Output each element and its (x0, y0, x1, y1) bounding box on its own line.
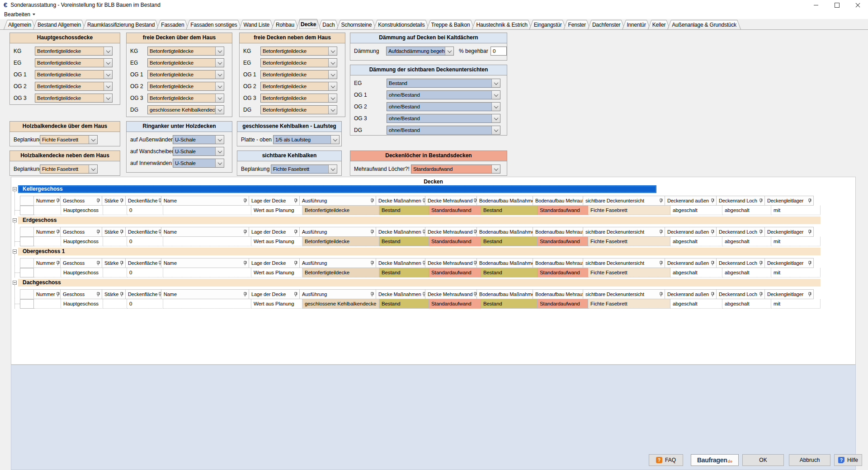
pin-icon[interactable] (96, 198, 100, 203)
cell-geschoss[interactable]: Hauptgeschoss (61, 237, 103, 246)
dropdown-arrow-icon[interactable] (215, 147, 224, 155)
cell-bodenaufbau-mehrauf[interactable]: Standardaufwand (538, 237, 588, 246)
dropdown-og-3[interactable]: Betonfertigteildecke (147, 94, 224, 103)
col-header-ausführung[interactable]: Ausführung (299, 258, 376, 268)
cell-name[interactable] (163, 268, 251, 277)
dropdown-arrow-icon[interactable] (104, 94, 112, 102)
dropdown-dg[interactable]: Betonfertigteildecke (260, 105, 337, 114)
dropdown-eg[interactable]: Betonfertigteildecke (35, 58, 113, 67)
cell-bodenaufbau-mehrauf[interactable]: Standardaufwand (538, 268, 588, 277)
pin-icon[interactable] (120, 261, 124, 266)
pin-icon[interactable] (120, 292, 124, 297)
col-header-decke-mehraufwand[interactable]: Decke Mehraufwand (425, 289, 477, 299)
pin-icon[interactable] (659, 198, 663, 203)
col-header-bodenaufbau-mehrauf[interactable]: Bodenaufbau Mehrauf (533, 227, 583, 237)
dropdown-arrow-icon[interactable] (215, 59, 224, 67)
col-header-deckenrand-loch[interactable]: Deckenrand Loch (716, 258, 765, 268)
row-selector-header[interactable] (20, 258, 34, 268)
col-header-ausführung[interactable]: Ausführung (299, 196, 376, 206)
group-row-dachgeschoss[interactable]: Dachgeschoss (18, 279, 821, 287)
dropdown-arrow-icon[interactable] (328, 70, 337, 79)
cell-lage-der-decke[interactable]: Wert aus Planung (251, 237, 302, 246)
col-header-nummer[interactable]: Nummer (33, 227, 61, 237)
dropdown-mehraufwand-löcher[interactable]: Standardaufwand (411, 164, 500, 174)
dropdown-arrow-icon[interactable] (330, 136, 339, 144)
cell-deckengleitlager[interactable]: mit (771, 268, 821, 277)
col-header-nummer[interactable]: Nummer (33, 196, 61, 206)
baufragen-logo[interactable]: Baufragen de (691, 454, 739, 466)
dropdown-og-1[interactable]: ohne/Bestand (387, 90, 500, 99)
cell-sichtbare-deckenuntersicht[interactable]: Fichte Fasebrett (588, 237, 670, 246)
col-header-lage-der-decke[interactable]: Lage der Decke (249, 227, 300, 237)
cell-geschoss[interactable]: Hauptgeschoss (61, 268, 103, 277)
cell-decke-maßnahmen[interactable]: Bestand (379, 268, 429, 277)
col-header-name[interactable]: Name (161, 289, 249, 299)
col-header-bodenaufbau-maßnahmen[interactable]: Bodenaufbau Maßnahmen (476, 289, 533, 299)
cell-name[interactable] (163, 206, 251, 215)
col-header-deckenrand-loch[interactable]: Deckenrand Loch (716, 289, 765, 299)
dropdown-arrow-icon[interactable] (104, 70, 112, 79)
cell-deckenfläche[interactable]: 0 (127, 237, 163, 246)
col-header-stärke[interactable]: Stärke (102, 289, 126, 299)
col-header-sichtbare-deckenuntersicht[interactable]: sichtbare Deckenuntersicht (583, 258, 665, 268)
ok-button[interactable]: OK (742, 454, 784, 466)
pin-icon[interactable] (243, 261, 247, 266)
dropdown-og-2[interactable]: Betonfertigteildecke (147, 82, 224, 91)
col-header-ausführung[interactable]: Ausführung (299, 227, 376, 237)
dropdown-og-2[interactable]: Betonfertigteildecke (260, 82, 337, 91)
col-header-deckenfläche[interactable]: Deckenfläche (125, 196, 161, 206)
dropdown-arrow-icon[interactable] (215, 47, 224, 55)
cell-stärke[interactable] (103, 206, 127, 215)
pin-icon[interactable] (96, 292, 100, 297)
pin-icon[interactable] (370, 198, 374, 203)
pin-icon[interactable] (711, 230, 715, 235)
cell-deckenrand-loch[interactable]: abgeschalt (722, 268, 771, 277)
cell-decke-mehraufwand[interactable]: Standardaufwand (429, 268, 481, 277)
cell-lage-der-decke[interactable]: Wert aus Planung (251, 206, 302, 215)
col-header-lage-der-decke[interactable]: Lage der Decke (249, 196, 300, 206)
cell-sichtbare-deckenuntersicht[interactable]: Fichte Fasebrett (588, 268, 670, 277)
col-header-bodenaufbau-maßnahmen[interactable]: Bodenaufbau Maßnahmen (476, 227, 533, 237)
dropdown-dämmung[interactable]: Aufdachdämmung begeh (386, 47, 454, 56)
pin-icon[interactable] (56, 198, 60, 203)
cell-deckengleitlager[interactable]: mit (771, 206, 821, 215)
dropdown-arrow-icon[interactable] (328, 82, 337, 90)
cell-decke-mehraufwand[interactable]: Standardaufwand (429, 206, 481, 215)
col-header-geschoss[interactable]: Geschoss (60, 196, 102, 206)
dropdown-arrow-icon[interactable] (215, 94, 224, 102)
pin-icon[interactable] (808, 198, 812, 203)
pin-icon[interactable] (294, 292, 298, 297)
dropdown-arrow-icon[interactable] (215, 82, 224, 90)
cell-name[interactable] (163, 299, 251, 309)
col-header-deckenrand-außen[interactable]: Deckenrand außen (665, 258, 717, 268)
dropdown-arrow-icon[interactable] (491, 91, 500, 99)
col-header-deckenrand-loch[interactable]: Deckenrand Loch (716, 196, 765, 206)
dropdown-platte-oben[interactable]: 1/5 als Laufsteg (273, 135, 340, 144)
col-header-decke-maßnahmen[interactable]: Decke Maßnahmen (376, 289, 425, 299)
pin-icon[interactable] (370, 261, 374, 266)
cell-decke-mehraufwand[interactable]: Standardaufwand (429, 299, 481, 309)
cell-ausführung[interactable]: geschlossene Kehlbalkendecke (302, 299, 379, 309)
pin-icon[interactable] (120, 198, 124, 203)
pin-icon[interactable] (243, 230, 247, 235)
dropdown-auf-wandscheiben[interactable]: U-Schale (173, 147, 224, 156)
pin-icon[interactable] (711, 198, 715, 203)
group-row-kellergeschoss[interactable]: Kellergeschoss (18, 185, 656, 193)
cell-stärke[interactable] (103, 237, 127, 246)
dropdown-auf-innenwänden[interactable]: U-Schale (173, 159, 224, 168)
pin-icon[interactable] (759, 292, 763, 297)
dropdown-kg[interactable]: Betonfertigteildecke (147, 47, 224, 56)
cell-stärke[interactable] (103, 299, 127, 309)
col-header-decke-mehraufwand[interactable]: Decke Mehraufwand (425, 196, 477, 206)
dropdown-auf-außenwänden[interactable]: U-Schale (173, 135, 224, 144)
dropdown-arrow-icon[interactable] (104, 82, 112, 90)
col-header-deckengleitlager[interactable]: Deckengleitlager (764, 258, 814, 268)
cell-sichtbare-deckenuntersicht[interactable]: Fichte Fasebrett (588, 299, 670, 309)
cell-nummer[interactable] (34, 268, 61, 277)
pin-icon[interactable] (120, 230, 124, 235)
cell-deckenrand-loch[interactable]: abgeschalt (722, 206, 771, 215)
pin-icon[interactable] (711, 261, 715, 266)
col-header-bodenaufbau-mehrauf[interactable]: Bodenaufbau Mehrauf (533, 196, 583, 206)
pin-icon[interactable] (370, 230, 374, 235)
col-header-lage-der-decke[interactable]: Lage der Decke (249, 289, 300, 299)
